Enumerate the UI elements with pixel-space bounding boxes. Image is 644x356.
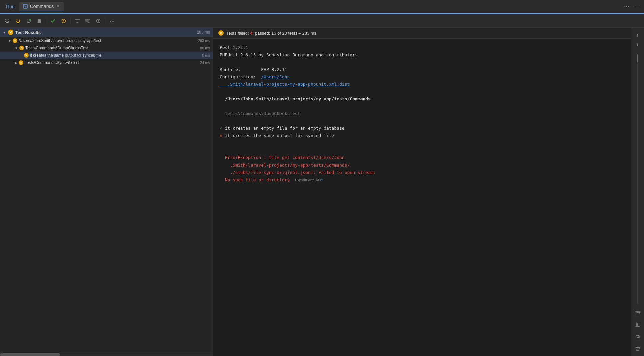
print-button[interactable] xyxy=(633,332,642,341)
left-panel-scrollbar[interactable] xyxy=(0,353,213,356)
test-results-header[interactable]: ▼ ✕ Test Results 283 ms xyxy=(0,28,213,37)
scroll-down-button[interactable]: ↓ xyxy=(633,40,642,49)
test-results-label: Test Results xyxy=(15,30,195,35)
svg-rect-7 xyxy=(637,337,639,338)
svg-point-8 xyxy=(638,336,639,337)
stop-button[interactable] xyxy=(35,16,44,26)
output-line-blank-3 xyxy=(220,103,624,110)
delete-button[interactable] xyxy=(633,344,642,353)
collapse-chevron: ▼ xyxy=(3,31,6,34)
output-error-2: No such file or directory Explain with A… xyxy=(220,176,624,184)
svg-point-1 xyxy=(29,19,31,21)
status-bar: ✕ Tests failed: 4, passed: 16 of 20 test… xyxy=(213,28,631,39)
pass-checkmark: ✓ xyxy=(220,126,222,131)
commands-tab-label: Commands xyxy=(30,4,54,9)
error-text-1: ErrorException : file_get_contents(/User… xyxy=(220,155,376,175)
tab-commands[interactable]: Commands ✕ xyxy=(19,2,64,11)
tree-view: ▼ ✕ /Users/John.Smith/laravel-projects/m… xyxy=(0,37,213,353)
failed-count: 4 xyxy=(250,31,252,36)
status-fail-icon: ✕ xyxy=(218,30,224,36)
status-icon-dumpcheck: ✕ xyxy=(19,46,24,50)
chevron-dumpcheck: ▼ xyxy=(15,46,18,50)
tree-item-syncfile-label: Tests\Commands\SyncFileTest xyxy=(25,60,196,65)
tree-item-path-label: /Users/John.Smith/laravel-projects/my-ap… xyxy=(19,38,194,43)
more-toolbar-button[interactable]: ⋯ xyxy=(107,16,117,26)
test-time: 283 ms xyxy=(302,31,316,36)
toggle-auto-rerun-button[interactable] xyxy=(24,16,33,26)
tab-close-button[interactable]: ✕ xyxy=(56,3,60,9)
right-scrollbar-thumb[interactable] xyxy=(637,54,638,62)
tree-item-syncfile-time: 24 ms xyxy=(200,61,210,65)
passed-count: 16 xyxy=(271,31,276,36)
tree-item-path-time: 283 ms xyxy=(198,39,210,43)
chevron-path: ▼ xyxy=(8,39,11,43)
tree-item-dumpcheck-time: 88 ms xyxy=(200,46,210,50)
output-line-2: PHPUnit 9.6.15 by Sebastian Bergmann and… xyxy=(220,51,624,59)
fail-x: ✕ xyxy=(220,133,222,138)
toolbar-separator-1 xyxy=(46,18,46,24)
status-text: Tests failed: 4, passed: 16 of 20 tests … xyxy=(226,31,316,36)
history-button[interactable] xyxy=(94,16,103,26)
svg-point-4 xyxy=(63,22,64,22)
main-layout: ▼ ✕ Test Results 283 ms ▼ ✕ /Users/John.… xyxy=(0,28,644,356)
left-scrollbar-thumb[interactable] xyxy=(0,353,60,356)
show-failed-button[interactable] xyxy=(59,16,68,26)
rerun-button[interactable] xyxy=(3,16,12,26)
test-class-label: Tests\Commands\DumpChecksTest xyxy=(220,111,300,116)
output-line-1: Pest 1.23.1 xyxy=(220,44,624,51)
tab-run[interactable]: Run xyxy=(3,3,18,11)
output-line-blank-5 xyxy=(220,139,624,147)
output-line-blank-2 xyxy=(220,88,624,95)
tree-item-synced-time: 8 ms xyxy=(202,53,210,57)
explain-ai-link[interactable]: Explain with AI ⟳ xyxy=(295,178,323,182)
ai-icon: ⟳ xyxy=(320,178,323,182)
tree-item-synced-label: it creates the same output for synced fi… xyxy=(30,53,198,58)
test-results-status-icon: ✕ xyxy=(8,30,13,35)
tree-row-syncfile[interactable]: ▶ ✕ Tests\Commands\SyncFileTest 24 ms xyxy=(0,59,213,66)
status-icon-path: ✕ xyxy=(13,38,17,43)
test-results-time: 283 ms xyxy=(197,30,210,35)
rerun-failed-button[interactable] xyxy=(13,16,23,26)
status-icon-syncfile: ✕ xyxy=(19,60,23,65)
show-passed-button[interactable] xyxy=(48,16,58,26)
tree-row-dumpcheck[interactable]: ▼ ✕ Tests\Commands\DumpChecksTest 88 ms xyxy=(0,44,213,52)
output-line-blank-4 xyxy=(220,117,624,125)
output-line-class: Tests\Commands\DumpChecksTest xyxy=(220,110,624,117)
output-area[interactable]: Pest 1.23.1 PHPUnit 9.6.15 by Sebastian … xyxy=(213,39,631,356)
sort-button[interactable] xyxy=(73,16,82,26)
align-right-button[interactable] xyxy=(633,308,642,317)
svg-rect-2 xyxy=(38,19,41,23)
minimize-button[interactable]: — xyxy=(633,2,641,11)
output-line-path: /Users/John.Smith/laravel-projects/my-ap… xyxy=(220,95,624,103)
more-options-button[interactable]: ⋯ xyxy=(623,2,631,11)
chevron-syncfile: ▶ xyxy=(15,61,17,65)
output-line-blank-6 xyxy=(220,147,624,154)
commands-tab-icon xyxy=(23,4,28,9)
collapse-button[interactable] xyxy=(83,16,92,26)
output-line-blank-1 xyxy=(220,59,624,66)
toolbar: ⋯ xyxy=(0,14,644,28)
error-text-2: No such file or directory xyxy=(220,177,290,182)
tree-item-dumpcheck-label: Tests\Commands\DumpChecksTest xyxy=(25,46,196,50)
config-link[interactable]: /Users/John .Smith/laravel-projects/my-a… xyxy=(220,74,350,87)
output-line-runtime: Runtime: PHP 8.2.11 xyxy=(220,66,624,73)
left-panel: ▼ ✕ Test Results 283 ms ▼ ✕ /Users/John.… xyxy=(0,28,213,356)
output-error-1: ErrorException : file_get_contents(/User… xyxy=(220,154,624,176)
test-path-label: /Users/John.Smith/laravel-projects/my-ap… xyxy=(220,96,371,101)
align-bottom-button[interactable] xyxy=(633,320,642,329)
tree-row-path[interactable]: ▼ ✕ /Users/John.Smith/laravel-projects/m… xyxy=(0,37,213,44)
total-count: 20 xyxy=(282,31,287,36)
right-side-bar: ↑ ↓ xyxy=(631,28,644,356)
tab-bar: Run Commands ✕ ⋯ — xyxy=(0,0,644,13)
toolbar-separator-2 xyxy=(70,18,71,24)
scroll-up-button[interactable]: ↑ xyxy=(633,30,642,40)
toolbar-separator-3 xyxy=(105,18,105,24)
output-line-pass: ✓ it creates an empty file for an empty … xyxy=(220,125,624,132)
output-line-config: Configuration: /Users/John .Smith/larave… xyxy=(220,73,624,88)
status-icon-synced: ✕ xyxy=(24,53,29,58)
output-line-fail: ✕ it creates the same output for synced … xyxy=(220,132,624,139)
right-panel: ✕ Tests failed: 4, passed: 16 of 20 test… xyxy=(213,28,631,356)
tree-row-synced-file[interactable]: ✕ it creates the same output for synced … xyxy=(0,52,213,59)
